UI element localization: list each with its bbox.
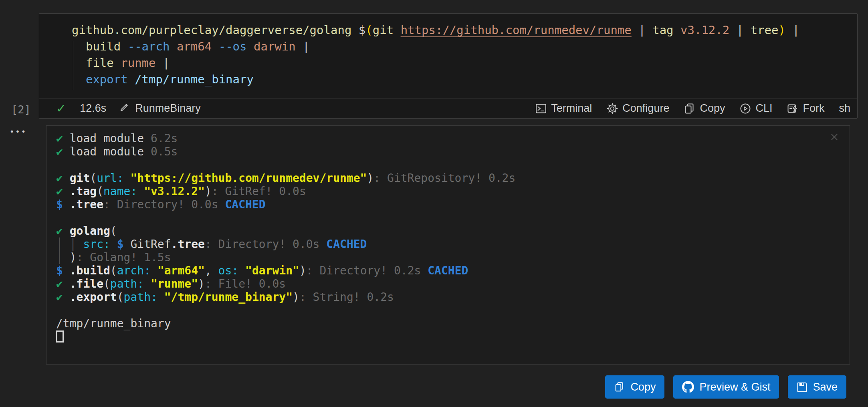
output-token: "darwin" — [245, 264, 299, 277]
code-token: arm64 — [177, 40, 219, 53]
terminal-output: ✔load module 6.2s✔load module 0.5s ✔git(… — [56, 132, 515, 343]
output-line — [56, 211, 515, 224]
output-line: ✔load module 6.2s — [56, 132, 515, 145]
code-token: | — [163, 56, 170, 70]
close-output-icon[interactable] — [828, 131, 841, 143]
output-token: ( — [117, 290, 124, 304]
copy-output-button[interactable]: Copy — [605, 375, 664, 399]
copy-icon — [614, 381, 625, 393]
output-token: ) — [198, 277, 205, 290]
output-line: /tmp/runme_binary — [56, 317, 515, 330]
output-token: : Directory! 0.0s — [103, 198, 225, 211]
code-editor[interactable]: github.com/purpleclay/daggerverse/golang… — [39, 14, 857, 98]
output-token — [137, 185, 144, 198]
output-token: arch: — [117, 264, 151, 277]
output-token: : GitRepository! 0.2s — [373, 171, 515, 185]
footer-actions: Copy Preview & Gist Save — [605, 375, 846, 399]
code-token: github.com/purpleclay/daggerverse/golang — [72, 23, 359, 37]
cli-button[interactable]: CLI — [739, 102, 772, 115]
language-label[interactable]: sh — [839, 102, 850, 115]
code-token: | — [632, 23, 652, 37]
output-token: ) — [299, 264, 306, 277]
output-token: $ — [56, 198, 70, 211]
output-token: ✔ — [56, 290, 70, 304]
output-token: .tree — [171, 238, 205, 251]
output-token: CACHED — [428, 264, 468, 277]
code-token: ) — [778, 23, 785, 37]
output-token: ( — [97, 185, 103, 198]
code-token: tree — [751, 23, 779, 37]
cell-status-bar: ✓ 12.6s RunmeBinary — [39, 98, 857, 118]
output-panel: ✔load module 6.2s✔load module 0.5s ✔git(… — [46, 125, 850, 365]
terminal-icon — [535, 103, 547, 115]
output-line: ✔.file(path: "runme"): File! 0.0s — [56, 277, 515, 290]
output-token: ✔ — [56, 185, 70, 198]
save-label: Save — [813, 381, 838, 393]
configure-label: Configure — [622, 102, 669, 115]
output-line: ✔.export(path: "/tmp/runme_binary"): Str… — [56, 290, 515, 304]
gear-icon — [606, 103, 618, 115]
output-token: ✔ — [56, 224, 70, 238]
output-token: ( — [110, 264, 117, 277]
output-token: : String! 0.2s — [299, 290, 394, 304]
save-icon — [797, 382, 807, 393]
output-token: os: — [218, 264, 239, 277]
output-token: CACHED — [326, 238, 367, 251]
output-token: ( — [90, 171, 97, 185]
preview-gist-button[interactable]: Preview & Gist — [673, 375, 779, 399]
output-token: ) — [70, 251, 77, 264]
code-line: github.com/purpleclay/daggerverse/golang… — [72, 23, 849, 40]
output-token: : Golang! 1.5s — [77, 251, 171, 264]
output-line: │ ): Golang! 1.5s — [56, 251, 515, 264]
terminal-button[interactable]: Terminal — [535, 102, 592, 115]
output-token: ( — [103, 277, 110, 290]
output-token: "v3.12.2" — [144, 185, 205, 198]
output-token: .tag — [70, 185, 97, 198]
cell-toolbar: Terminal Configure — [535, 102, 824, 115]
output-token — [151, 264, 157, 277]
output-line: ✔golang( — [56, 224, 515, 238]
code-line: build --arch arm64 --os darwin | — [72, 40, 849, 56]
output-line — [56, 158, 515, 171]
execution-duration: 12.6s — [80, 102, 106, 115]
fork-bolt-icon — [787, 103, 799, 115]
copy-cell-button[interactable]: Copy — [684, 102, 725, 115]
output-token: $ — [117, 238, 131, 251]
code-token: runme — [121, 56, 163, 70]
output-token — [238, 264, 245, 277]
fork-label: Fork — [803, 102, 824, 115]
cell-menu-ellipsis[interactable]: ••• — [10, 127, 28, 136]
code-token: ( — [365, 23, 372, 37]
copy-cell-label: Copy — [700, 102, 725, 115]
copy-icon — [684, 103, 696, 115]
play-circle-icon — [739, 103, 751, 115]
output-token: ✔ — [56, 277, 70, 290]
output-token: │ │ — [56, 238, 83, 251]
terminal-cursor — [56, 330, 64, 343]
output-token: load module — [70, 145, 144, 158]
indent-guide — [73, 41, 73, 90]
copy-output-label: Copy — [630, 381, 656, 393]
code-link[interactable]: https://github.com/runmedev/runme — [401, 23, 632, 37]
output-line — [56, 304, 515, 317]
output-token: 0.5s — [144, 145, 178, 158]
output-line: $.build(arch: "arm64", os: "darwin"): Di… — [56, 264, 515, 277]
output-token: .file — [70, 277, 103, 290]
output-token: CACHED — [225, 198, 265, 211]
fork-button[interactable]: Fork — [787, 102, 824, 115]
terminal-label: Terminal — [551, 102, 592, 115]
save-button[interactable]: Save — [788, 375, 846, 399]
output-token: ) — [293, 290, 299, 304]
code-line: export /tmp/runme_binary — [72, 73, 849, 89]
code-token: --arch — [128, 40, 177, 53]
configure-button[interactable]: Configure — [606, 102, 669, 115]
code-token: darwin — [254, 40, 303, 53]
output-token: ) — [367, 171, 373, 185]
block-name-edit[interactable]: RunmeBinary — [119, 101, 201, 115]
execution-count: [2] — [11, 103, 31, 116]
preview-gist-label: Preview & Gist — [699, 381, 770, 393]
output-token: "https://github.com/runmedev/runme" — [130, 171, 367, 185]
output-line: ✔git(url: "https://github.com/runmedev/r… — [56, 171, 515, 185]
output-token: , — [205, 264, 218, 277]
output-token: git — [70, 171, 90, 185]
